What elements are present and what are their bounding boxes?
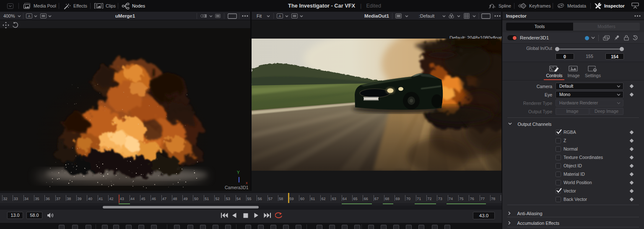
svg-text:A: A bbox=[279, 14, 281, 18]
svg-text:A: A bbox=[28, 14, 31, 18]
